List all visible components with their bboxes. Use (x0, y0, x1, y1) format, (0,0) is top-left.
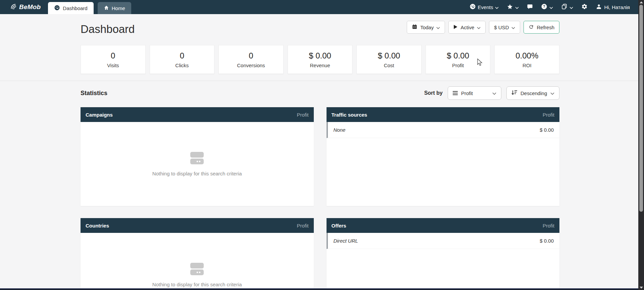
scroll-down-arrow[interactable] (640, 287, 643, 289)
conversions-label: Conversions (237, 63, 265, 68)
topbar-tabs: Dashboard Home (48, 0, 131, 14)
row-name: Direct URL (334, 238, 358, 244)
bemob-logo-text: BeMob (19, 3, 41, 11)
copy-stack-icon (561, 3, 567, 11)
bemob-logo[interactable]: BeMob (10, 3, 41, 11)
calendar-icon (412, 24, 417, 31)
currency-button[interactable]: $ USD (489, 21, 520, 34)
date-range-label: Today (420, 25, 434, 30)
dashboard-controls: Today Active $ USD (407, 21, 559, 34)
tab-home[interactable]: Home (98, 2, 131, 14)
sort-field-value: Profit (461, 90, 473, 96)
traffic-sources-metric-column: Profit (543, 112, 554, 118)
traffic-filter-label: Active (460, 25, 474, 30)
campaigns-panel-title: Campaigns (86, 112, 113, 118)
dashboard-page: Dashboard Today Active (0, 14, 644, 290)
chevron-down-icon (511, 25, 515, 30)
conversions-value: 0 (249, 51, 253, 60)
offers-panel-header: Offers Profit (327, 218, 560, 233)
chat-bubble-icon (527, 4, 533, 11)
sort-field-select[interactable]: Profit (448, 86, 501, 100)
campaigns-metric-column: Profit (297, 112, 308, 118)
refresh-icon (529, 24, 534, 31)
stat-card-visits: 0 Visits (81, 45, 146, 74)
refresh-button[interactable]: Refresh (524, 21, 559, 34)
stat-card-revenue: $ 0.00 Revenue (288, 45, 353, 74)
greeting-label: Hi, Наталія (604, 4, 630, 10)
empty-data-icon (189, 263, 205, 277)
help-menu[interactable]: ? (541, 3, 553, 11)
revenue-value: $ 0.00 (309, 51, 331, 60)
cost-value: $ 0.00 (378, 51, 400, 60)
list-icon (453, 90, 458, 96)
campaigns-panel: Campaigns Profit Nothing to display for … (81, 107, 314, 206)
pages-menu[interactable] (561, 3, 573, 11)
roi-value: 0.00% (515, 51, 538, 60)
chevron-down-icon (477, 25, 481, 30)
campaigns-empty-text: Nothing to display for this search crite… (152, 171, 242, 176)
question-circle-icon: ? (541, 3, 547, 11)
person-icon (596, 3, 602, 11)
statistics-panels: Campaigns Profit Nothing to display for … (0, 100, 644, 290)
chevron-down-icon (436, 25, 440, 30)
topbar-actions: Events ? (469, 3, 634, 11)
empty-data-icon (189, 152, 205, 166)
revenue-label: Revenue (310, 63, 330, 68)
sort-controls: Sort by Profit Descending (424, 86, 559, 100)
visits-label: Visits (107, 63, 119, 68)
stat-card-clicks: 0 Clicks (150, 45, 215, 74)
tab-home-label: Home (112, 5, 125, 11)
campaigns-panel-header: Campaigns Profit (81, 107, 314, 122)
traffic-sources-panel-body: None $ 0.00 (327, 122, 560, 206)
statistics-heading: Statistics (81, 90, 107, 97)
stat-card-roi: 0.00% ROI (494, 45, 559, 74)
countries-panel-title: Countries (86, 223, 109, 229)
traffic-sources-panel-header: Traffic sources Profit (327, 107, 560, 122)
countries-empty-text: Nothing to display for this search crite… (152, 282, 242, 287)
account-menu[interactable]: Hi, Наталія (596, 3, 630, 11)
stat-card-cost: $ 0.00 Cost (356, 45, 422, 74)
traffic-sources-panel: Traffic sources Profit None $ 0.00 (327, 107, 560, 206)
cost-label: Cost (384, 63, 394, 68)
gauge-icon (469, 3, 476, 11)
visits-value: 0 (111, 51, 115, 60)
events-menu[interactable]: Events (469, 3, 499, 11)
sort-order-value: Descending (521, 90, 547, 96)
traffic-filter-button[interactable]: Active (448, 21, 486, 34)
home-icon (104, 5, 109, 11)
chevron-down-icon (549, 4, 553, 10)
vertical-scrollbar[interactable] (638, 0, 644, 290)
events-label: Events (478, 4, 493, 10)
countries-metric-column: Profit (297, 223, 308, 229)
favorites-menu[interactable] (507, 4, 519, 11)
messages-button[interactable] (527, 4, 533, 11)
gear-icon (581, 3, 588, 11)
tab-dashboard[interactable]: Dashboard (48, 2, 93, 14)
profit-label: Profit (452, 63, 464, 68)
scrollbar-thumb[interactable] (639, 5, 643, 212)
settings-button[interactable] (581, 3, 588, 11)
traffic-sources-panel-title: Traffic sources (332, 112, 367, 118)
campaigns-empty-state: Nothing to display for this search crite… (81, 122, 314, 206)
offers-metric-column: Profit (543, 223, 554, 229)
countries-panel: Countries Profit Nothing to display for … (81, 218, 314, 290)
sort-order-select[interactable]: Descending (506, 86, 559, 100)
gauge-icon (54, 5, 60, 12)
stat-card-profit: $ 0.00 Profit (426, 45, 491, 74)
offers-panel-title: Offers (332, 223, 346, 229)
date-range-button[interactable]: Today (407, 21, 445, 34)
star-icon (507, 4, 513, 11)
table-row: None $ 0.00 (327, 122, 560, 138)
sort-by-label: Sort by (424, 90, 443, 96)
tab-dashboard-label: Dashboard (63, 5, 87, 11)
scroll-up-arrow[interactable] (640, 1, 643, 3)
chevron-down-icon (550, 90, 554, 96)
clicks-value: 0 (180, 51, 184, 60)
chevron-down-icon (495, 4, 499, 10)
table-row: Direct URL $ 0.00 (327, 233, 560, 249)
topbar: BeMob Dashboard Home Events (0, 0, 644, 14)
page-title: Dashboard (81, 23, 135, 36)
row-value: $ 0.00 (540, 127, 554, 133)
stat-card-conversions: 0 Conversions (218, 45, 284, 74)
row-value: $ 0.00 (540, 238, 554, 244)
